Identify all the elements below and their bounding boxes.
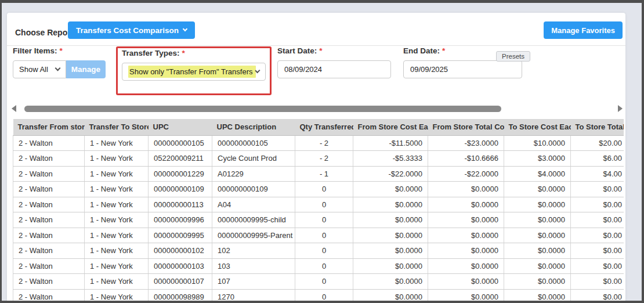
- table-cell: $0.0000: [504, 197, 571, 212]
- table-cell: - 1: [295, 166, 353, 182]
- table-cell: $0.0000: [353, 274, 428, 290]
- transfer-types-select[interactable]: Show only "Transfer From" Transfers: [122, 63, 266, 81]
- required-asterisk: *: [442, 46, 445, 55]
- table-cell: A04: [212, 197, 295, 212]
- chevron-down-icon: [55, 66, 61, 71]
- chevron-down-icon: [255, 68, 261, 73]
- table-cell: 2 - Walton: [13, 182, 85, 197]
- table-cell: 0: [295, 243, 353, 259]
- results-table: Transfer From storeTransfer To StoreUPCU…: [13, 119, 624, 303]
- column-header: Transfer To Store: [85, 119, 149, 135]
- column-header: UPC: [149, 119, 212, 135]
- table-cell: $0.0000: [428, 289, 504, 303]
- table-cell: $0.0000: [504, 243, 571, 259]
- table-header-row: Transfer From storeTransfer To StoreUPCU…: [13, 119, 624, 135]
- start-date-input[interactable]: [277, 60, 391, 78]
- table-cell: 2 - Walton: [13, 274, 85, 290]
- table-cell: 1 - New York: [85, 135, 149, 151]
- table-cell: 2 - Walton: [13, 243, 85, 259]
- table-row: 2 - Walton1 - New York000000000105000000…: [13, 135, 624, 151]
- table-cell: $0.0000: [504, 212, 571, 228]
- results-table-container: Transfer From storeTransfer To StoreUPCU…: [13, 119, 624, 303]
- table-body: 2 - Walton1 - New York000000000105000000…: [13, 135, 624, 303]
- table-cell: 000000000103: [149, 258, 212, 274]
- table-cell: 2 - Walton: [13, 166, 85, 182]
- table-cell: 1 - New York: [85, 258, 149, 274]
- table-cell: 1 - New York: [85, 289, 149, 303]
- table-cell: 2 - Walton: [13, 289, 85, 303]
- table-cell: 1 - New York: [85, 182, 149, 197]
- table-cell: $0.0000: [428, 243, 504, 259]
- scrollbar-track[interactable]: [19, 106, 618, 112]
- table-cell: Cycle Count Prod: [212, 151, 295, 167]
- table-cell: 0: [295, 228, 353, 243]
- table-cell: $0.00: [571, 212, 624, 228]
- table-cell: -$23.0000: [428, 135, 504, 151]
- table-cell: -$10.6666: [428, 151, 504, 167]
- table-cell: $0.0000: [428, 274, 504, 290]
- table-cell: 102: [212, 243, 295, 259]
- table-cell: 000000000105: [212, 135, 295, 151]
- filter-items-select[interactable]: Show All: [13, 60, 66, 78]
- table-cell: $0.0000: [428, 258, 504, 274]
- table-row: 2 - Walton1 - New York00000009898912700$…: [13, 289, 624, 303]
- scrollbar-thumb[interactable]: [24, 106, 501, 112]
- table-cell: $0.0000: [504, 182, 571, 197]
- table-cell: 000000000109: [212, 182, 295, 197]
- transfer-types-label-text: Transfer Types:: [122, 49, 180, 57]
- start-date-group: Start Date:*: [277, 46, 391, 78]
- table-cell: $0.00: [571, 243, 624, 259]
- column-header: To Store Total C: [571, 119, 624, 135]
- column-header: From Store Total Cost: [428, 119, 504, 135]
- table-cell: 1 - New York: [85, 197, 149, 212]
- report-dropdown-value: Transfers Cost Comparison: [76, 26, 179, 35]
- table-cell: $0.0000: [504, 228, 571, 243]
- table-cell: 000000000105: [149, 135, 212, 151]
- filter-items-group: Filter Items:* Show All Manage: [13, 46, 106, 78]
- table-cell: 2 - Walton: [13, 135, 85, 151]
- table-row: 2 - Walton1 - New York000000009996000000…: [13, 212, 624, 228]
- manage-button[interactable]: Manage: [66, 60, 106, 78]
- end-date-input[interactable]: [403, 60, 522, 78]
- scroll-left-arrow-icon[interactable]: [12, 105, 16, 112]
- report-card: Choose Report Transfers Cost Comparison …: [7, 13, 625, 303]
- table-cell: 1 - New York: [85, 166, 149, 182]
- table-row: 2 - Walton1 - New York000000000109000000…: [13, 182, 624, 197]
- choose-report-label: Choose Report: [15, 28, 73, 37]
- table-cell: $0.00: [571, 258, 624, 274]
- table-cell: 2 - Walton: [13, 258, 85, 274]
- table-cell: 000000000102: [149, 243, 212, 259]
- table-cell: $0.0000: [428, 197, 504, 212]
- table-cell: 0: [295, 197, 353, 212]
- transfer-types-label: Transfer Types:*: [122, 49, 266, 57]
- table-cell: -$11.5000: [353, 135, 428, 151]
- manage-favorites-button[interactable]: Manage Favorites: [544, 21, 623, 39]
- scroll-right-arrow-icon[interactable]: [618, 105, 623, 112]
- table-row: 2 - Walton1 - New York0000000001071070$0…: [13, 274, 624, 290]
- table-row: 2 - Walton1 - New York0000000001031030$0…: [13, 258, 624, 274]
- table-cell: 052200009211: [149, 151, 212, 167]
- table-cell: 2 - Walton: [13, 212, 85, 228]
- table-cell: 1 - New York: [85, 228, 149, 243]
- chevron-down-icon: [183, 27, 187, 31]
- column-header: Transfer From store: [13, 119, 85, 135]
- table-cell: $10.0000: [504, 135, 571, 151]
- table-cell: $0.0000: [428, 212, 504, 228]
- end-date-label-text: End Date:: [403, 46, 440, 55]
- table-cell: $0.00: [571, 182, 624, 197]
- table-cell: 0: [295, 274, 353, 290]
- table-cell: 0: [295, 289, 353, 303]
- presets-button[interactable]: Presets: [496, 51, 530, 62]
- table-cell: - 2: [295, 135, 353, 151]
- table-cell: $0.0000: [353, 197, 428, 212]
- table-cell: $0.0000: [504, 274, 571, 290]
- column-header: From Store Cost Each: [353, 119, 428, 135]
- table-cell: 0: [295, 212, 353, 228]
- filter-items-label-text: Filter Items:: [13, 46, 57, 55]
- report-dropdown[interactable]: Transfers Cost Comparison: [68, 21, 195, 39]
- table-cell: 000000009995-child: [212, 212, 295, 228]
- filter-items-label: Filter Items:*: [13, 46, 106, 55]
- table-cell: -$22.0000: [428, 166, 504, 182]
- table-row: 2 - Walton1 - New York000000000113A040$0…: [13, 197, 624, 212]
- table-cell: $0.0000: [428, 182, 504, 197]
